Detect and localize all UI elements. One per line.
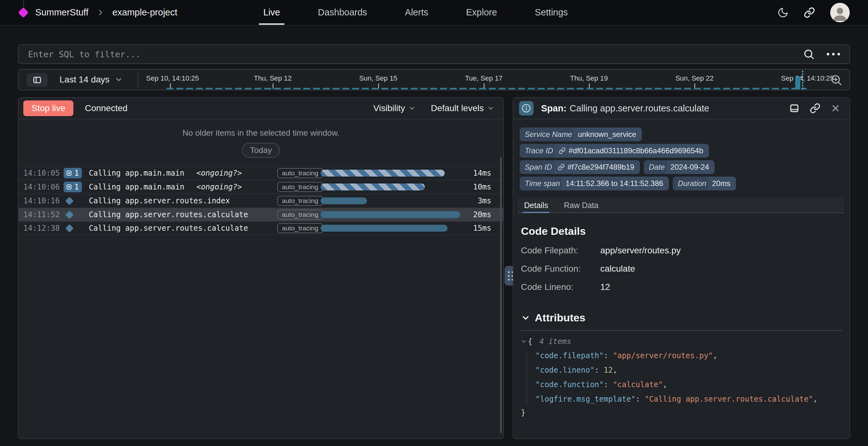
code-details-heading: Code Details (521, 225, 842, 237)
visibility-dropdown[interactable]: Visibility (373, 103, 416, 113)
chip-value: 20ms (708, 177, 736, 190)
attributes-heading[interactable]: Attributes (521, 312, 842, 324)
project-name[interactable]: example-project (113, 7, 177, 18)
metadata-chip: Service Nameunknown_service (520, 127, 642, 141)
timeline-tick-label: Sep 10, 14:10:25 (146, 74, 199, 83)
tab-explore[interactable]: Explore (462, 0, 501, 25)
tab-dashboards[interactable]: Dashboards (313, 0, 371, 25)
brand-logo-icon[interactable] (18, 7, 29, 18)
sidebar-toggle-button[interactable] (27, 73, 48, 87)
chip-value-text: 20ms (712, 179, 731, 188)
chevron-down-icon (115, 75, 123, 84)
json-colon: : (636, 395, 645, 404)
json-key: "code.function" (535, 380, 604, 389)
panel-layout-icon[interactable] (789, 103, 800, 114)
json-attribute-line: "code.filepath": "app/server/routes.py", (521, 351, 842, 360)
breadcrumb: SummerStuff example-project (0, 7, 177, 18)
trace-row[interactable]: 14:12:38Calling app.server.routes.calcul… (19, 221, 503, 235)
empty-window-notice: No older items in the selected time wind… (19, 128, 503, 138)
zoom-in-icon[interactable] (830, 74, 842, 86)
json-colon: : (604, 351, 613, 360)
search-icon[interactable] (803, 48, 815, 60)
children-count-badge[interactable]: 1 (64, 182, 82, 192)
header-actions (777, 3, 868, 22)
trace-row[interactable]: 14:10:061Calling app.main.main<ongoing?>… (19, 180, 503, 194)
attributes-json-viewer: { 4 items "code.filepath": "app/server/r… (521, 337, 842, 417)
divider (137, 72, 138, 87)
json-attribute-line: "logfire.msg_template": "Calling app.ser… (521, 394, 842, 404)
json-comma: , (663, 380, 668, 389)
user-avatar[interactable] (830, 3, 850, 22)
tab-settings[interactable]: Settings (530, 0, 572, 25)
breadcrumb-chevron-icon (97, 9, 104, 17)
today-button[interactable]: Today (242, 143, 280, 158)
scrollbar[interactable] (500, 157, 502, 434)
duration-bar (321, 197, 367, 204)
timeline-tick-label: Thu, Sep 12 (254, 74, 292, 83)
share-link-icon[interactable] (804, 7, 815, 18)
live-panel: Stop live Connected Visibility Default l… (18, 97, 504, 439)
json-key: "logfire.msg_template" (535, 395, 636, 404)
badge-row: Time span14:11:52.366 to 14:11:52.386Dur… (520, 177, 736, 190)
chip-label: Time span (520, 177, 562, 190)
duration-label: 10ms (473, 183, 491, 191)
trace-icon-slot (64, 212, 89, 218)
org-name[interactable]: SummerStuff (35, 7, 89, 18)
detail-tab-raw-data[interactable]: Raw Data (562, 198, 600, 213)
stop-live-button[interactable]: Stop live (23, 100, 73, 116)
duration-bar (321, 184, 425, 190)
link-icon[interactable] (558, 164, 565, 170)
detail-tab-details[interactable]: Details (523, 198, 549, 213)
chevron-down-icon (487, 104, 494, 112)
close-icon[interactable] (831, 103, 841, 113)
span-diamond-icon (65, 224, 74, 232)
duration-label: 15ms (473, 224, 491, 232)
attributes-heading-text: Attributes (535, 312, 586, 324)
json-attribute-line: "code.function": "calculate", (521, 380, 842, 389)
auto-tracing-tag: auto_tracing (277, 223, 323, 233)
json-value: "calculate" (613, 380, 663, 389)
trace-message: Calling app.server.routes.calculate (89, 210, 248, 219)
info-icon (519, 101, 533, 116)
json-colon: : (595, 366, 604, 375)
copy-link-icon[interactable] (810, 103, 820, 114)
divider (521, 330, 842, 331)
metadata-chip: Duration20ms (673, 177, 736, 190)
trace-message: Calling app.main.main (89, 169, 184, 178)
tab-live[interactable]: Live (259, 0, 284, 25)
trace-timestamp: 14:12:38 (23, 224, 64, 232)
link-icon[interactable] (559, 147, 566, 154)
live-panel-header: Stop live Connected Visibility Default l… (19, 98, 503, 119)
trace-row[interactable]: 14:11:52Calling app.server.routes.calcul… (19, 208, 503, 221)
trace-message: Calling app.server.routes.calculate (89, 224, 248, 232)
json-attribute-line: "code.lineno": 12, (521, 365, 842, 375)
span-panel-header: Span:Calling app.server.routes.calculate (514, 98, 849, 119)
more-options-button[interactable] (827, 53, 840, 55)
trace-row[interactable]: 14:10:051Calling app.main.main<ongoing?>… (19, 166, 503, 180)
json-comma: , (613, 366, 617, 375)
visibility-label: Visibility (373, 103, 405, 113)
dark-mode-icon[interactable] (777, 7, 788, 18)
duration-bar (321, 170, 445, 177)
children-count-badge[interactable]: 1 (64, 168, 82, 179)
code-detail-row: Code Lineno:12 (521, 282, 842, 292)
trace-icon-slot: 1 (64, 182, 89, 192)
default-levels-dropdown[interactable]: Default levels (431, 103, 494, 113)
timeline-bar: Last 14 days Sep 10, 14:10:25Thu, Sep 12… (18, 69, 850, 90)
sql-filter-input[interactable]: Enter SQL to filter... (18, 44, 850, 64)
code-detail-value: app/server/routes.py (600, 246, 681, 256)
trace-row[interactable]: 14:10:16Calling app.server.routes.indexa… (19, 194, 503, 208)
json-collapse-icon[interactable] (521, 339, 527, 344)
timeline-cursor[interactable] (802, 70, 803, 89)
trace-message: Calling app.server.routes.index (89, 196, 230, 205)
trace-timestamp: 14:10:06 (23, 183, 64, 191)
time-range-dropdown[interactable]: Last 14 days (60, 69, 123, 90)
tab-alerts[interactable]: Alerts (401, 0, 433, 25)
trace-icon-slot: 1 (64, 168, 89, 179)
code-detail-label: Code Filepath: (521, 246, 600, 256)
trace-timestamp: 14:10:16 (23, 196, 64, 205)
metadata-chip: Time span14:11:52.366 to 14:11:52.386 (520, 177, 669, 190)
metadata-chip: Date2024-09-24 (644, 160, 715, 174)
decorative-line (23, 0, 24, 8)
badge-row: Span ID#f7c8e294f7489b19Date2024-09-24 (520, 160, 715, 174)
